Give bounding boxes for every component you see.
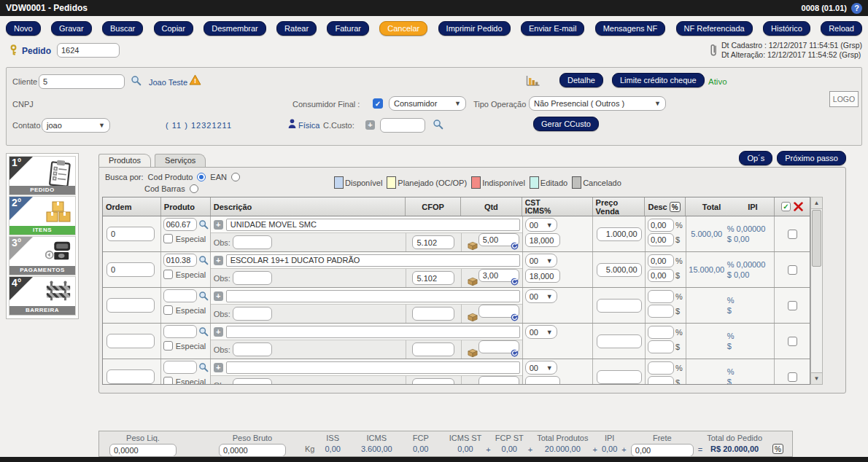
gerar-ccusto-button[interactable]: Gerar CCusto [533, 117, 599, 131]
descricao-input[interactable] [226, 254, 520, 267]
ordem-input[interactable] [106, 369, 155, 384]
row-select-checkbox[interactable] [788, 372, 797, 382]
limite-credito-button[interactable]: Limite crédito cheque [612, 73, 705, 87]
desc-percent-input[interactable] [648, 290, 674, 303]
obs-input[interactable] [233, 271, 272, 285]
desc-percent-input[interactable] [648, 219, 674, 232]
desc-percent-input[interactable] [648, 361, 674, 375]
add-description-icon[interactable]: + [214, 291, 223, 301]
step-itens[interactable]: 2°ITENS [9, 196, 76, 235]
add-description-icon[interactable]: + [214, 220, 223, 230]
cliente-search-icon[interactable] [131, 75, 142, 86]
refresh-icon[interactable] [510, 348, 519, 358]
delete-rows-icon[interactable] [794, 202, 803, 211]
cst-select[interactable]: 00▼ [525, 289, 557, 303]
product-search-icon[interactable] [198, 362, 209, 372]
icms-input[interactable] [525, 233, 560, 247]
desc-percent-toggle-icon[interactable]: % [670, 202, 681, 212]
ccusto-input[interactable] [380, 118, 425, 133]
especial-checkbox[interactable] [163, 234, 173, 243]
cst-select[interactable]: 00▼ [525, 218, 557, 232]
toolbar-button-copiar[interactable]: Copiar [154, 21, 193, 36]
ccusto-search-icon[interactable] [433, 119, 443, 130]
obs-input[interactable] [233, 235, 272, 249]
preco-venda-input[interactable] [597, 334, 642, 348]
scroll-down-icon[interactable]: ▼ [811, 372, 822, 384]
toolbar-button-gravar[interactable]: Gravar [51, 21, 92, 36]
tipo-operacao-select[interactable]: Não Presencial ( Outros )▼ [529, 96, 666, 111]
descricao-input[interactable] [226, 326, 520, 338]
cfop-input[interactable] [412, 235, 454, 249]
frete-input[interactable] [631, 444, 694, 457]
proximo-passo-button[interactable]: Próximo passo [777, 151, 846, 165]
produto-code-input[interactable] [163, 361, 197, 374]
desc-percent-input[interactable] [648, 326, 674, 339]
step-barreira[interactable]: 4°BARREIRA [9, 276, 76, 316]
refresh-icon[interactable] [510, 313, 519, 322]
radio-cod-produto[interactable] [197, 173, 206, 181]
cst-select[interactable]: 00▼ [525, 325, 557, 339]
toolbar-button-ratear[interactable]: Ratear [276, 21, 317, 36]
cfop-input[interactable] [412, 271, 454, 285]
paperclip-icon[interactable] [710, 43, 718, 60]
toolbar-button-enviar-e-mail[interactable]: Enviar E-mail [521, 21, 584, 36]
select-all-checkbox[interactable]: ✓ [781, 202, 791, 211]
toolbar-button-mensagens-nf[interactable]: Mensagens NF [595, 21, 666, 36]
cfop-input[interactable] [412, 307, 454, 321]
radio-ean[interactable] [231, 173, 240, 181]
detalhe-button[interactable]: Detalhe [559, 73, 603, 87]
produto-code-input[interactable] [163, 254, 197, 267]
toolbar-button-faturar[interactable]: Faturar [327, 21, 368, 36]
add-description-icon[interactable]: + [214, 327, 223, 337]
product-search-icon[interactable] [198, 291, 209, 301]
especial-checkbox[interactable] [163, 270, 173, 279]
icms-input[interactable] [525, 269, 560, 283]
desc-value-input[interactable] [648, 269, 674, 282]
toolbar-button-historico[interactable]: Histórico [763, 21, 810, 36]
ordem-input[interactable] [106, 227, 155, 241]
refresh-icon[interactable] [510, 241, 519, 251]
toolbar-button-reload[interactable]: Reload [821, 21, 862, 36]
obs-input[interactable] [233, 378, 272, 385]
peso-liq-input[interactable] [109, 444, 177, 457]
produto-code-input[interactable] [163, 325, 197, 338]
desc-percent-input[interactable] [648, 254, 674, 267]
add-description-icon[interactable]: + [214, 363, 223, 372]
row-select-checkbox[interactable] [788, 301, 797, 310]
ops-button[interactable]: Op´s [739, 151, 772, 165]
totals-percent-icon[interactable]: % [772, 444, 783, 454]
ordem-input[interactable] [106, 334, 155, 348]
toolbar-button-cancelar[interactable]: Cancelar [379, 21, 427, 36]
consumidor-final-checkbox[interactable]: ✓ [373, 98, 383, 109]
scrollbar-thumb[interactable] [812, 210, 821, 267]
toolbar-button-novo[interactable]: Novo [6, 21, 41, 36]
especial-checkbox[interactable] [163, 341, 173, 351]
radio-cod-barras[interactable] [190, 184, 198, 193]
scroll-up-icon[interactable]: ▲ [811, 197, 822, 209]
toolbar-button-buscar[interactable]: Buscar [102, 21, 143, 36]
tab-servicos[interactable]: Serviços [155, 154, 206, 167]
contato-select[interactable]: joao▼ [42, 118, 110, 133]
desc-value-input[interactable] [648, 340, 674, 353]
preco-venda-input[interactable] [597, 370, 642, 384]
step-pedido[interactable]: 1°PEDIDO [9, 156, 76, 195]
tab-produtos[interactable]: Produtos [98, 154, 151, 167]
descricao-input[interactable] [226, 290, 520, 302]
desc-value-input[interactable] [648, 305, 674, 318]
cst-select[interactable]: 00▼ [525, 254, 557, 267]
desc-value-input[interactable] [648, 376, 674, 385]
step-pagamentos[interactable]: 3°PAGAMENTOS [9, 236, 76, 275]
product-search-icon[interactable] [198, 255, 209, 265]
add-description-icon[interactable]: + [214, 256, 223, 265]
preco-venda-input[interactable] [597, 263, 642, 277]
cst-select[interactable]: 00▼ [525, 361, 557, 375]
add-ccusto-icon[interactable]: + [365, 120, 375, 130]
descricao-input[interactable] [226, 361, 520, 374]
peso-bruto-input[interactable] [219, 444, 286, 457]
desc-value-input[interactable] [648, 233, 674, 246]
icms-input[interactable] [525, 376, 560, 385]
product-search-icon[interactable] [198, 219, 209, 230]
refresh-icon[interactable] [510, 384, 519, 385]
preco-venda-input[interactable] [597, 227, 642, 241]
obs-input[interactable] [233, 307, 272, 321]
